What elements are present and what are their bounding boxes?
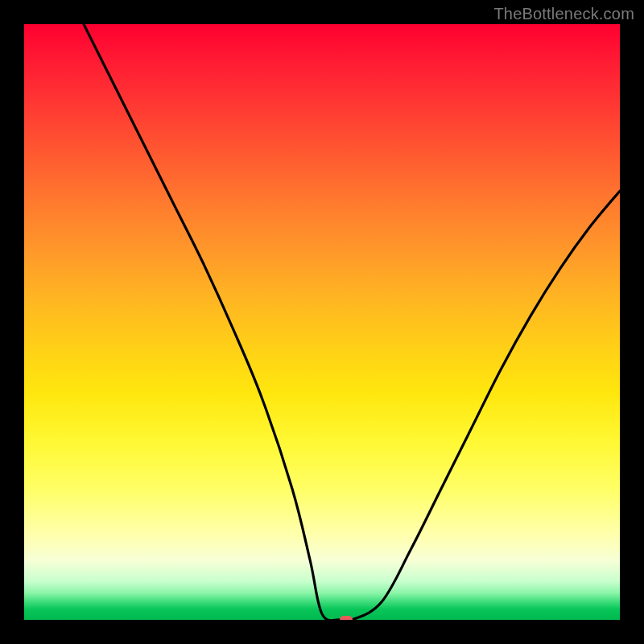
watermark-text: TheBottleneck.com	[493, 5, 634, 23]
chart-frame: TheBottleneck.com	[0, 0, 644, 644]
optimal-point-marker	[340, 616, 353, 620]
plot-area	[24, 24, 620, 620]
bottleneck-curve	[24, 24, 620, 620]
